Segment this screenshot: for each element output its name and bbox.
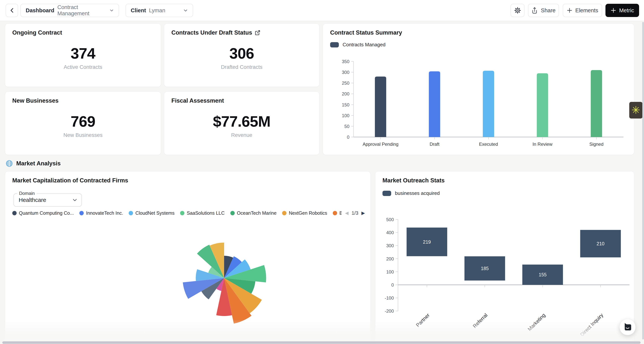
svg-text:210: 210 xyxy=(596,241,604,246)
external-link-icon[interactable] xyxy=(255,30,260,36)
gear-icon xyxy=(514,6,521,14)
card-title: Fiscal Assessment xyxy=(172,97,224,104)
svg-text:300: 300 xyxy=(386,243,394,248)
legend-prev-icon[interactable]: ◀ xyxy=(345,210,348,216)
svg-text:250: 250 xyxy=(342,80,350,86)
plus-icon xyxy=(567,8,572,13)
card-title: Market Capitalization of Contracted Firm… xyxy=(12,177,128,184)
svg-text:Signed: Signed xyxy=(590,142,604,147)
legend-next-icon[interactable]: ▶ xyxy=(362,210,365,216)
status-bar-executed[interactable] xyxy=(483,71,494,137)
ongoing-contract-card: Ongoing Contract 374 Active Contracts xyxy=(5,24,161,87)
legend-item-label: Quantum Computing Co... xyxy=(19,210,74,216)
share-button[interactable]: Share xyxy=(528,4,559,17)
card-title: Ongoing Contract xyxy=(12,29,62,36)
stat-label: Drafted Contracts xyxy=(164,64,319,70)
settings-button[interactable] xyxy=(510,4,524,17)
legend-item-saasolutions-llc[interactable]: SaaSolutions LLC xyxy=(180,210,224,216)
svg-text:Approval Pending: Approval Pending xyxy=(363,142,398,147)
stat-value: $77.65M xyxy=(164,113,319,130)
market-capitalization-card: Market Capitalization of Contracted Firm… xyxy=(5,171,370,344)
svg-text:300: 300 xyxy=(342,70,350,75)
legend-swatch xyxy=(382,191,391,196)
svg-text:185: 185 xyxy=(481,266,489,271)
add-metric-button[interactable]: Metric xyxy=(606,4,639,17)
svg-text:150: 150 xyxy=(342,102,350,107)
domain-select-value: Healthcare xyxy=(19,197,46,203)
stat-label: Active Contracts xyxy=(5,64,161,70)
legend-item-cloudnet-systems[interactable]: CloudNet Systems xyxy=(129,210,174,216)
market-cap-legend-items: Quantum Computing Co...InnovateTech Inc.… xyxy=(12,210,342,216)
legend-item-biohealth-sol[interactable]: BioHealth Sol xyxy=(333,210,342,216)
client-selector-value: Lyman xyxy=(149,7,165,14)
chat-launcher-button[interactable] xyxy=(620,319,636,335)
svg-text:400: 400 xyxy=(386,230,394,235)
card-title: New Businesses xyxy=(12,97,58,104)
card-title: Contracts Under Draft Status xyxy=(172,29,252,36)
legend-dot xyxy=(180,211,184,215)
legend-item-label: OceanTech Marine xyxy=(237,210,277,216)
domain-select[interactable]: Domain Healthcare xyxy=(14,193,82,206)
svg-text:100: 100 xyxy=(386,269,394,274)
legend-pagination: ◀ 1/3 ▶ xyxy=(345,210,365,216)
stat-value: 769 xyxy=(5,113,161,130)
svg-text:Marketing: Marketing xyxy=(527,312,546,332)
legend-dot xyxy=(230,211,235,215)
svg-text:0: 0 xyxy=(391,282,394,288)
stat-value: 306 xyxy=(164,45,319,62)
legend-dot xyxy=(282,211,286,215)
domain-select-label: Domain xyxy=(17,191,37,196)
status-bar-approval-pending[interactable] xyxy=(375,76,386,137)
card-title: Contract Status Summary xyxy=(330,29,402,36)
card-title: Market Outreach Stats xyxy=(382,177,445,184)
legend-dot xyxy=(129,211,133,215)
legend-label: businesses acquired xyxy=(395,190,440,196)
dashboard-selector-value: Contract Management xyxy=(57,4,106,17)
dashboard-page: { "toolbar": { "dashboard_label": "Dashb… xyxy=(0,0,644,344)
client-selector[interactable]: Client Lyman xyxy=(126,4,193,17)
legend-item-label: InnovateTech Inc. xyxy=(86,210,123,216)
stat-value: 374 xyxy=(5,45,161,62)
back-button[interactable] xyxy=(6,4,18,17)
horizontal-scrollbar[interactable] xyxy=(2,341,640,344)
svg-text:Direct Inquiry: Direct Inquiry xyxy=(579,312,604,336)
asterisk-icon: ✳ xyxy=(632,105,640,116)
legend-item-oceantech-marine[interactable]: OceanTech Marine xyxy=(230,210,277,216)
legend-item-quantum-computing-co[interactable]: Quantum Computing Co... xyxy=(12,210,74,216)
legend-page-indicator: 1/3 xyxy=(352,210,358,216)
status-bar-in-review[interactable] xyxy=(537,73,548,137)
svg-text:219: 219 xyxy=(423,239,431,244)
svg-text:Partner: Partner xyxy=(415,312,431,328)
stat-label: Revenue xyxy=(164,132,319,138)
svg-text:Executed: Executed xyxy=(479,142,498,147)
market-analysis-header: Market Analysis xyxy=(6,160,61,167)
outreach-bar-chart: -200-1000100200300400500219Partner185Ref… xyxy=(379,211,630,336)
svg-text:200: 200 xyxy=(342,91,350,96)
brand-widget-button[interactable]: ✳ xyxy=(629,102,642,118)
add-elements-button[interactable]: Elements xyxy=(563,4,602,17)
status-bar-signed[interactable] xyxy=(591,70,602,137)
fiscal-assessment-card: Fiscal Assessment $77.65M Revenue xyxy=(164,92,319,155)
add-metric-label: Metric xyxy=(619,7,634,14)
share-icon xyxy=(532,7,538,14)
svg-text:100: 100 xyxy=(342,113,350,118)
topbar: Dashboard Contract Management Client Lym… xyxy=(0,0,644,21)
status-bar-draft[interactable] xyxy=(429,72,440,137)
outreach-legend[interactable]: businesses acquired xyxy=(382,190,440,196)
market-cap-legend-row: Quantum Computing Co...InnovateTech Inc.… xyxy=(12,209,365,217)
dashboard-selector[interactable]: Dashboard Contract Management xyxy=(20,4,119,17)
status-legend[interactable]: Contracts Managed xyxy=(330,42,386,48)
vertical-scrollbar[interactable] xyxy=(642,22,644,340)
chevron-down-icon xyxy=(110,9,114,12)
svg-text:500: 500 xyxy=(386,217,394,222)
chevron-down-icon xyxy=(183,9,188,12)
add-elements-label: Elements xyxy=(576,7,598,14)
legend-item-nextgen-robotics[interactable]: NextGen Robotics xyxy=(282,210,327,216)
chat-bubble-icon xyxy=(623,323,632,332)
legend-item-innovatetech-inc[interactable]: InnovateTech Inc. xyxy=(79,210,123,216)
legend-item-label: CloudNet Systems xyxy=(135,210,174,216)
legend-label: Contracts Managed xyxy=(342,42,386,48)
svg-text:Draft: Draft xyxy=(430,142,439,147)
chevron-left-icon xyxy=(10,8,14,13)
legend-item-label: SaaSolutions LLC xyxy=(187,210,224,216)
